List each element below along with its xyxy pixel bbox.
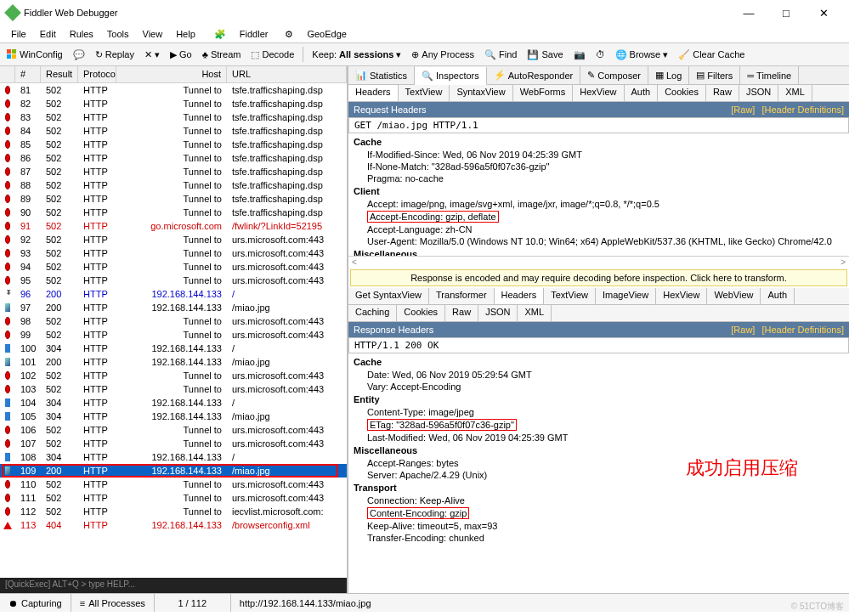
quickexec-bar[interactable]: [QuickExec] ALT+Q > type HELP... <box>0 578 347 593</box>
tree-item[interactable]: User-Agent: Mozilla/5.0 (Windows NT 10.0… <box>352 235 846 247</box>
session-row[interactable]: 96 200 HTTP 192.168.144.133 / <box>0 287 347 301</box>
menu-fiddler[interactable]: Fiddler <box>234 27 275 41</box>
tab-composer[interactable]: ✎ Composer <box>580 66 648 84</box>
clear-cache-button[interactable]: 🧹 Clear Cache <box>675 48 748 62</box>
save-button[interactable]: 💾 Save <box>524 48 566 62</box>
minimize-button[interactable]: — <box>730 1 767 25</box>
col-protocol[interactable]: Protocol <box>78 66 116 82</box>
req-tab-textview[interactable]: TextView <box>399 85 450 101</box>
session-row[interactable]: 82 502 HTTP Tunnel to tsfe.trafficshapin… <box>0 97 347 110</box>
raw-link-resp[interactable]: [Raw] <box>731 325 755 335</box>
resp-tab-json[interactable]: JSON <box>478 305 518 321</box>
tree-item[interactable]: Accept-Encoding: gzip, deflate <box>352 210 846 223</box>
session-row[interactable]: 93 502 HTTP Tunnel to urs.microsoft.com:… <box>0 246 347 260</box>
tab-statistics[interactable]: 📊 Statistics <box>348 66 415 84</box>
any-process-button[interactable]: ⊕ Any Process <box>408 48 478 62</box>
req-tab-xml[interactable]: XML <box>778 85 812 101</box>
tab-filters[interactable]: ▤ Filters <box>689 66 740 84</box>
browse-button[interactable]: 🌐 Browse ▾ <box>612 48 672 62</box>
session-row[interactable]: 88 502 HTTP Tunnel to tsfe.trafficshapin… <box>0 178 347 192</box>
replay-button[interactable]: ↻ Replay <box>92 48 138 62</box>
menu-view[interactable]: View <box>137 27 169 41</box>
decode-button[interactable]: ⬚ Decode <box>247 48 297 62</box>
req-tab-syntaxview[interactable]: SyntaxView <box>450 85 512 101</box>
resp-tab-caching[interactable]: Caching <box>348 305 397 321</box>
resp-tab-transformer[interactable]: Transformer <box>429 288 495 304</box>
req-tab-auth[interactable]: Auth <box>625 85 659 101</box>
comment-button[interactable]: 💬 <box>70 48 88 62</box>
tree-item[interactable]: If-Modified-Since: Wed, 06 Nov 2019 04:2… <box>352 149 846 161</box>
resp-tab-get-syntaxview[interactable]: Get SyntaxView <box>348 288 429 304</box>
decode-warning-bar[interactable]: Response is encoded and may require deco… <box>350 269 847 286</box>
menu-help[interactable]: Help <box>170 27 201 41</box>
process-filter[interactable]: ≡ All Processes <box>71 594 155 612</box>
resp-tab-hexview[interactable]: HexView <box>656 288 707 304</box>
resp-tab-imageview[interactable]: ImageView <box>596 288 656 304</box>
response-tree[interactable]: CacheDate: Wed, 06 Nov 2019 05:29:54 GMT… <box>348 353 849 545</box>
session-row[interactable]: 98 502 HTTP Tunnel to urs.microsoft.com:… <box>0 314 347 328</box>
go-button[interactable]: ▶ Go <box>167 48 195 62</box>
session-row[interactable]: 92 502 HTTP Tunnel to urs.microsoft.com:… <box>0 233 347 246</box>
req-tab-json[interactable]: JSON <box>739 85 778 101</box>
menu-geoedge[interactable]: GeoEdge <box>301 27 352 41</box>
screenshot-button[interactable]: 📷 <box>570 48 589 62</box>
tab-timeline[interactable]: ═ Timeline <box>740 66 799 84</box>
session-row[interactable]: 105 304 HTTP 192.168.144.133 /miao.jpg <box>0 410 347 423</box>
find-button[interactable]: 🔍 Find <box>481 48 520 62</box>
session-row[interactable]: 95 502 HTTP Tunnel to urs.microsoft.com:… <box>0 274 347 287</box>
session-row[interactable]: 111 502 HTTP Tunnel to urs.microsoft.com… <box>0 491 347 505</box>
session-row[interactable]: 97 200 HTTP 192.168.144.133 /miao.jpg <box>0 301 347 314</box>
session-row[interactable]: 102 502 HTTP Tunnel to urs.microsoft.com… <box>0 369 347 382</box>
session-row[interactable]: 106 502 HTTP Tunnel to urs.microsoft.com… <box>0 423 347 437</box>
col-num[interactable]: # <box>15 66 41 82</box>
session-row[interactable]: 112 502 HTTP Tunnel to iecvlist.microsof… <box>0 505 347 518</box>
tree-item[interactable]: Transfer-Encoding: chunked <box>352 532 846 544</box>
session-row[interactable]: 90 502 HTTP Tunnel to tsfe.trafficshapin… <box>0 206 347 219</box>
session-row[interactable]: 89 502 HTTP Tunnel to tsfe.trafficshapin… <box>0 192 347 206</box>
session-row[interactable]: 86 502 HTTP Tunnel to tsfe.trafficshapin… <box>0 151 347 165</box>
col-host[interactable]: Host <box>116 66 227 82</box>
resp-tab-webview[interactable]: WebView <box>707 288 761 304</box>
capturing-indicator[interactable]: ⏺ Capturing <box>0 594 71 612</box>
req-tab-headers[interactable]: Headers <box>348 85 399 101</box>
session-row[interactable]: 99 502 HTTP Tunnel to urs.microsoft.com:… <box>0 328 347 342</box>
req-tab-cookies[interactable]: Cookies <box>658 85 706 101</box>
request-tree[interactable]: CacheIf-Modified-Since: Wed, 06 Nov 2019… <box>348 133 849 256</box>
resp-tab-raw[interactable]: Raw <box>445 305 478 321</box>
req-tab-raw[interactable]: Raw <box>706 85 739 101</box>
maximize-button[interactable]: □ <box>767 1 805 25</box>
menu-tools[interactable]: Tools <box>101 27 135 41</box>
close-button[interactable]: ✕ <box>805 1 842 25</box>
sessions-grid[interactable]: 81 502 HTTP Tunnel to tsfe.trafficshapin… <box>0 83 347 578</box>
tab-autoresponder[interactable]: ⚡ AutoResponder <box>487 66 580 84</box>
session-row[interactable]: 83 502 HTTP Tunnel to tsfe.trafficshapin… <box>0 110 347 124</box>
header-defs-link-resp[interactable]: [Header Definitions] <box>761 325 844 335</box>
session-row[interactable]: 91 502 HTTP go.microsoft.com /fwlink/?Li… <box>0 219 347 233</box>
header-defs-link[interactable]: [Header Definitions] <box>761 105 844 115</box>
tree-item[interactable]: Content-Encoding: gzip <box>352 506 846 520</box>
session-row[interactable]: 107 502 HTTP Tunnel to urs.microsoft.com… <box>0 437 347 450</box>
col-result[interactable]: Result <box>41 66 78 82</box>
tab-log[interactable]: ▦ Log <box>648 66 689 84</box>
tree-item[interactable]: Pragma: no-cache <box>352 172 846 184</box>
tree-item[interactable]: Vary: Accept-Encoding <box>352 381 846 393</box>
keep-dropdown[interactable]: Keep: All sessions ▾ <box>308 48 405 62</box>
session-row[interactable]: 85 502 HTTP Tunnel to tsfe.trafficshapin… <box>0 138 347 151</box>
menu-rules[interactable]: Rules <box>64 27 99 41</box>
session-row[interactable]: 81 502 HTTP Tunnel to tsfe.trafficshapin… <box>0 83 347 97</box>
tree-item[interactable]: ETag: "328ad-596a5f0f07c36-gzip" <box>352 418 846 432</box>
tree-item[interactable]: Content-Type: image/jpeg <box>352 406 846 418</box>
session-row[interactable]: 109 200 HTTP 192.168.144.133 /miao.jpg <box>0 464 347 478</box>
tree-item[interactable]: Keep-Alive: timeout=5, max=93 <box>352 520 846 532</box>
stream-button[interactable]: ♣ Stream <box>199 48 245 61</box>
resp-tab-headers[interactable]: Headers <box>495 288 545 304</box>
tree-item[interactable]: If-None-Match: "328ad-596a5f0f07c36-gzip… <box>352 161 846 172</box>
resp-tab-cookies[interactable]: Cookies <box>397 305 445 321</box>
tree-item[interactable]: Accept: image/png, image/svg+xml, image/… <box>352 198 846 210</box>
raw-link[interactable]: [Raw] <box>731 105 755 115</box>
winconfig-button[interactable]: WinConfig <box>3 48 66 61</box>
session-row[interactable]: 103 502 HTTP Tunnel to urs.microsoft.com… <box>0 382 347 396</box>
session-row[interactable]: 84 502 HTTP Tunnel to tsfe.trafficshapin… <box>0 124 347 138</box>
session-row[interactable]: 101 200 HTTP 192.168.144.133 /miao.jpg <box>0 355 347 369</box>
resp-tab-auth[interactable]: Auth <box>761 288 795 304</box>
